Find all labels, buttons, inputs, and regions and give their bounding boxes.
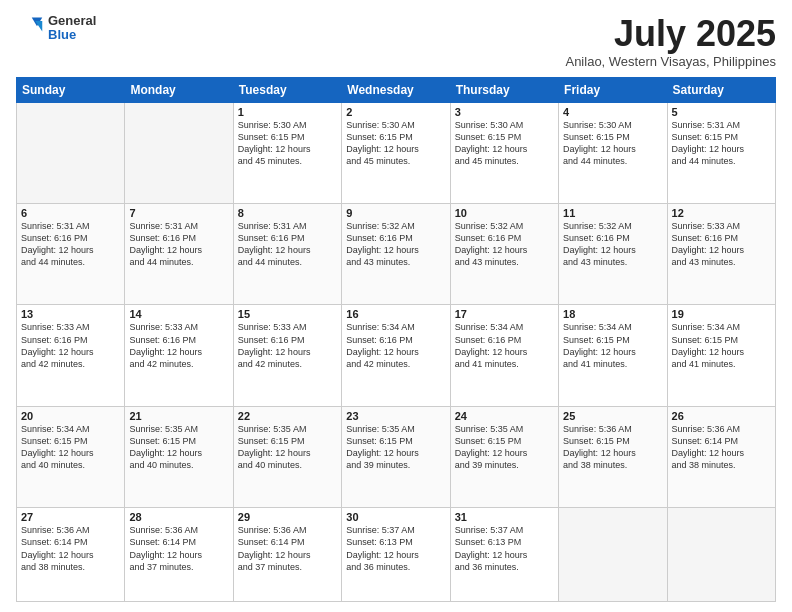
weekday-header-tuesday: Tuesday bbox=[233, 77, 341, 102]
day-number: 26 bbox=[672, 410, 771, 422]
location: Anilao, Western Visayas, Philippines bbox=[565, 54, 776, 69]
calendar-table: SundayMondayTuesdayWednesdayThursdayFrid… bbox=[16, 77, 776, 602]
day-number: 30 bbox=[346, 511, 445, 523]
calendar-cell: 10Sunrise: 5:32 AM Sunset: 6:16 PM Dayli… bbox=[450, 204, 558, 305]
cell-info: Sunrise: 5:30 AM Sunset: 6:15 PM Dayligh… bbox=[563, 119, 662, 168]
cell-info: Sunrise: 5:36 AM Sunset: 6:14 PM Dayligh… bbox=[238, 524, 337, 573]
week-row-4: 20Sunrise: 5:34 AM Sunset: 6:15 PM Dayli… bbox=[17, 406, 776, 507]
day-number: 16 bbox=[346, 308, 445, 320]
calendar-cell: 3Sunrise: 5:30 AM Sunset: 6:15 PM Daylig… bbox=[450, 102, 558, 203]
week-row-1: 1Sunrise: 5:30 AM Sunset: 6:15 PM Daylig… bbox=[17, 102, 776, 203]
cell-info: Sunrise: 5:33 AM Sunset: 6:16 PM Dayligh… bbox=[129, 321, 228, 370]
calendar-cell: 28Sunrise: 5:36 AM Sunset: 6:14 PM Dayli… bbox=[125, 508, 233, 602]
weekday-header-friday: Friday bbox=[559, 77, 667, 102]
day-number: 28 bbox=[129, 511, 228, 523]
calendar-cell: 26Sunrise: 5:36 AM Sunset: 6:14 PM Dayli… bbox=[667, 406, 775, 507]
cell-info: Sunrise: 5:30 AM Sunset: 6:15 PM Dayligh… bbox=[238, 119, 337, 168]
weekday-header-sunday: Sunday bbox=[17, 77, 125, 102]
cell-info: Sunrise: 5:35 AM Sunset: 6:15 PM Dayligh… bbox=[129, 423, 228, 472]
cell-info: Sunrise: 5:31 AM Sunset: 6:16 PM Dayligh… bbox=[129, 220, 228, 269]
day-number: 8 bbox=[238, 207, 337, 219]
cell-info: Sunrise: 5:34 AM Sunset: 6:16 PM Dayligh… bbox=[346, 321, 445, 370]
day-number: 2 bbox=[346, 106, 445, 118]
calendar-cell: 16Sunrise: 5:34 AM Sunset: 6:16 PM Dayli… bbox=[342, 305, 450, 406]
day-number: 7 bbox=[129, 207, 228, 219]
day-number: 6 bbox=[21, 207, 120, 219]
day-number: 14 bbox=[129, 308, 228, 320]
day-number: 29 bbox=[238, 511, 337, 523]
cell-info: Sunrise: 5:31 AM Sunset: 6:15 PM Dayligh… bbox=[672, 119, 771, 168]
weekday-header-monday: Monday bbox=[125, 77, 233, 102]
cell-info: Sunrise: 5:31 AM Sunset: 6:16 PM Dayligh… bbox=[21, 220, 120, 269]
calendar-cell: 18Sunrise: 5:34 AM Sunset: 6:15 PM Dayli… bbox=[559, 305, 667, 406]
calendar-cell: 14Sunrise: 5:33 AM Sunset: 6:16 PM Dayli… bbox=[125, 305, 233, 406]
calendar-cell: 22Sunrise: 5:35 AM Sunset: 6:15 PM Dayli… bbox=[233, 406, 341, 507]
cell-info: Sunrise: 5:36 AM Sunset: 6:14 PM Dayligh… bbox=[129, 524, 228, 573]
day-number: 18 bbox=[563, 308, 662, 320]
week-row-3: 13Sunrise: 5:33 AM Sunset: 6:16 PM Dayli… bbox=[17, 305, 776, 406]
calendar-cell: 6Sunrise: 5:31 AM Sunset: 6:16 PM Daylig… bbox=[17, 204, 125, 305]
cell-info: Sunrise: 5:30 AM Sunset: 6:15 PM Dayligh… bbox=[455, 119, 554, 168]
week-row-2: 6Sunrise: 5:31 AM Sunset: 6:16 PM Daylig… bbox=[17, 204, 776, 305]
day-number: 22 bbox=[238, 410, 337, 422]
day-number: 25 bbox=[563, 410, 662, 422]
day-number: 3 bbox=[455, 106, 554, 118]
weekday-header-saturday: Saturday bbox=[667, 77, 775, 102]
cell-info: Sunrise: 5:36 AM Sunset: 6:15 PM Dayligh… bbox=[563, 423, 662, 472]
week-row-5: 27Sunrise: 5:36 AM Sunset: 6:14 PM Dayli… bbox=[17, 508, 776, 602]
calendar-page: General Blue July 2025 Anilao, Western V… bbox=[0, 0, 792, 612]
cell-info: Sunrise: 5:34 AM Sunset: 6:16 PM Dayligh… bbox=[455, 321, 554, 370]
calendar-cell bbox=[125, 102, 233, 203]
calendar-cell: 8Sunrise: 5:31 AM Sunset: 6:16 PM Daylig… bbox=[233, 204, 341, 305]
cell-info: Sunrise: 5:32 AM Sunset: 6:16 PM Dayligh… bbox=[346, 220, 445, 269]
calendar-cell bbox=[17, 102, 125, 203]
cell-info: Sunrise: 5:31 AM Sunset: 6:16 PM Dayligh… bbox=[238, 220, 337, 269]
cell-info: Sunrise: 5:37 AM Sunset: 6:13 PM Dayligh… bbox=[455, 524, 554, 573]
cell-info: Sunrise: 5:35 AM Sunset: 6:15 PM Dayligh… bbox=[238, 423, 337, 472]
calendar-cell: 7Sunrise: 5:31 AM Sunset: 6:16 PM Daylig… bbox=[125, 204, 233, 305]
logo-blue-text: Blue bbox=[48, 28, 96, 42]
calendar-cell: 24Sunrise: 5:35 AM Sunset: 6:15 PM Dayli… bbox=[450, 406, 558, 507]
calendar-cell: 12Sunrise: 5:33 AM Sunset: 6:16 PM Dayli… bbox=[667, 204, 775, 305]
logo: General Blue bbox=[16, 14, 96, 43]
calendar-cell: 25Sunrise: 5:36 AM Sunset: 6:15 PM Dayli… bbox=[559, 406, 667, 507]
day-number: 11 bbox=[563, 207, 662, 219]
day-number: 1 bbox=[238, 106, 337, 118]
title-block: July 2025 Anilao, Western Visayas, Phili… bbox=[565, 14, 776, 69]
logo-icon bbox=[16, 14, 44, 42]
day-number: 21 bbox=[129, 410, 228, 422]
logo-general-text: General bbox=[48, 14, 96, 28]
calendar-cell: 1Sunrise: 5:30 AM Sunset: 6:15 PM Daylig… bbox=[233, 102, 341, 203]
calendar-cell: 4Sunrise: 5:30 AM Sunset: 6:15 PM Daylig… bbox=[559, 102, 667, 203]
calendar-cell: 29Sunrise: 5:36 AM Sunset: 6:14 PM Dayli… bbox=[233, 508, 341, 602]
calendar-cell: 13Sunrise: 5:33 AM Sunset: 6:16 PM Dayli… bbox=[17, 305, 125, 406]
day-number: 5 bbox=[672, 106, 771, 118]
cell-info: Sunrise: 5:37 AM Sunset: 6:13 PM Dayligh… bbox=[346, 524, 445, 573]
calendar-cell: 2Sunrise: 5:30 AM Sunset: 6:15 PM Daylig… bbox=[342, 102, 450, 203]
calendar-cell: 15Sunrise: 5:33 AM Sunset: 6:16 PM Dayli… bbox=[233, 305, 341, 406]
cell-info: Sunrise: 5:32 AM Sunset: 6:16 PM Dayligh… bbox=[563, 220, 662, 269]
weekday-header-wednesday: Wednesday bbox=[342, 77, 450, 102]
day-number: 12 bbox=[672, 207, 771, 219]
calendar-cell: 5Sunrise: 5:31 AM Sunset: 6:15 PM Daylig… bbox=[667, 102, 775, 203]
cell-info: Sunrise: 5:33 AM Sunset: 6:16 PM Dayligh… bbox=[672, 220, 771, 269]
calendar-cell: 17Sunrise: 5:34 AM Sunset: 6:16 PM Dayli… bbox=[450, 305, 558, 406]
day-number: 27 bbox=[21, 511, 120, 523]
cell-info: Sunrise: 5:33 AM Sunset: 6:16 PM Dayligh… bbox=[21, 321, 120, 370]
calendar-cell: 21Sunrise: 5:35 AM Sunset: 6:15 PM Dayli… bbox=[125, 406, 233, 507]
calendar-cell bbox=[667, 508, 775, 602]
day-number: 24 bbox=[455, 410, 554, 422]
calendar-cell: 19Sunrise: 5:34 AM Sunset: 6:15 PM Dayli… bbox=[667, 305, 775, 406]
weekday-header-row: SundayMondayTuesdayWednesdayThursdayFrid… bbox=[17, 77, 776, 102]
calendar-cell bbox=[559, 508, 667, 602]
day-number: 9 bbox=[346, 207, 445, 219]
calendar-cell: 23Sunrise: 5:35 AM Sunset: 6:15 PM Dayli… bbox=[342, 406, 450, 507]
day-number: 19 bbox=[672, 308, 771, 320]
cell-info: Sunrise: 5:35 AM Sunset: 6:15 PM Dayligh… bbox=[346, 423, 445, 472]
cell-info: Sunrise: 5:30 AM Sunset: 6:15 PM Dayligh… bbox=[346, 119, 445, 168]
weekday-header-thursday: Thursday bbox=[450, 77, 558, 102]
cell-info: Sunrise: 5:36 AM Sunset: 6:14 PM Dayligh… bbox=[672, 423, 771, 472]
calendar-cell: 9Sunrise: 5:32 AM Sunset: 6:16 PM Daylig… bbox=[342, 204, 450, 305]
cell-info: Sunrise: 5:32 AM Sunset: 6:16 PM Dayligh… bbox=[455, 220, 554, 269]
calendar-cell: 30Sunrise: 5:37 AM Sunset: 6:13 PM Dayli… bbox=[342, 508, 450, 602]
